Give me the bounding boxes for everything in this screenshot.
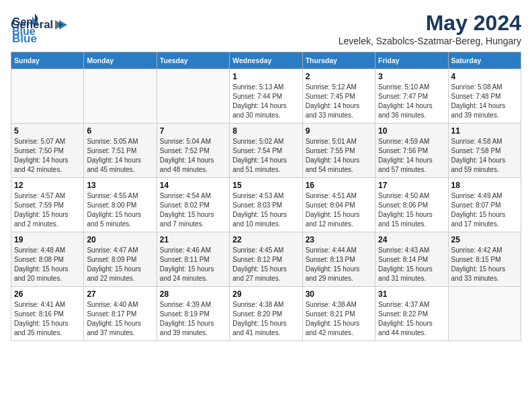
cell-date-number: 30 [306, 289, 372, 299]
cell-detail: Sunrise: 5:10 AM Sunset: 7:47 PM Dayligh… [378, 83, 445, 120]
calendar-table: SundayMondayTuesdayWednesdayThursdayFrid… [11, 52, 521, 341]
logo-triangle-icon [54, 17, 69, 32]
cell-detail: Sunrise: 5:08 AM Sunset: 7:48 PM Dayligh… [451, 83, 518, 120]
cell-date-number: 27 [87, 289, 153, 299]
calendar-cell: 16Sunrise: 4:51 AM Sunset: 8:04 PM Dayli… [302, 178, 375, 232]
cell-date-number: 2 [306, 72, 372, 81]
calendar-cell: 24Sunrise: 4:43 AM Sunset: 8:14 PM Dayli… [375, 232, 448, 287]
cell-detail: Sunrise: 4:50 AM Sunset: 8:06 PM Dayligh… [378, 191, 445, 229]
cell-date-number: 18 [451, 181, 518, 190]
cell-date-number: 16 [306, 181, 372, 190]
calendar-cell: 14Sunrise: 4:54 AM Sunset: 8:02 PM Dayli… [157, 178, 229, 232]
cell-date-number: 19 [14, 235, 81, 244]
calendar-cell: 6Sunrise: 5:05 AM Sunset: 7:51 PM Daylig… [84, 124, 157, 178]
cell-date-number: 4 [451, 72, 518, 81]
calendar-week-5: 26Sunrise: 4:41 AM Sunset: 8:16 PM Dayli… [11, 287, 521, 341]
cell-detail: Sunrise: 4:41 AM Sunset: 8:16 PM Dayligh… [14, 300, 81, 338]
cell-detail: Sunrise: 4:55 AM Sunset: 8:00 PM Dayligh… [87, 191, 153, 229]
calendar-cell: 28Sunrise: 4:39 AM Sunset: 8:19 PM Dayli… [157, 287, 229, 341]
cell-detail: Sunrise: 4:45 AM Sunset: 8:12 PM Dayligh… [232, 246, 299, 283]
cell-date-number: 7 [160, 126, 226, 136]
cell-detail: Sunrise: 4:42 AM Sunset: 8:15 PM Dayligh… [451, 246, 518, 283]
cell-detail: Sunrise: 4:38 AM Sunset: 8:20 PM Dayligh… [232, 300, 299, 338]
calendar-week-3: 12Sunrise: 4:57 AM Sunset: 7:59 PM Dayli… [11, 178, 521, 232]
cell-date-number: 21 [160, 235, 226, 244]
cell-detail: Sunrise: 5:12 AM Sunset: 7:45 PM Dayligh… [306, 83, 372, 120]
calendar-week-2: 5Sunrise: 5:07 AM Sunset: 7:50 PM Daylig… [11, 124, 521, 178]
cell-date-number: 11 [451, 126, 518, 136]
day-header-wednesday: Wednesday [230, 52, 302, 69]
calendar-cell: 22Sunrise: 4:45 AM Sunset: 8:12 PM Dayli… [230, 232, 302, 287]
calendar-cell: 31Sunrise: 4:37 AM Sunset: 8:22 PM Dayli… [375, 287, 448, 341]
calendar-cell: 1Sunrise: 5:13 AM Sunset: 7:44 PM Daylig… [230, 69, 302, 124]
cell-detail: Sunrise: 4:54 AM Sunset: 8:02 PM Dayligh… [160, 191, 226, 229]
cell-detail: Sunrise: 4:58 AM Sunset: 7:58 PM Dayligh… [451, 137, 518, 175]
calendar-cell [448, 287, 521, 341]
cell-date-number: 23 [306, 235, 372, 244]
cell-detail: Sunrise: 5:02 AM Sunset: 7:54 PM Dayligh… [232, 137, 299, 175]
cell-detail: Sunrise: 4:44 AM Sunset: 8:13 PM Dayligh… [306, 246, 372, 283]
cell-date-number: 14 [160, 181, 226, 190]
calendar-header-row: SundayMondayTuesdayWednesdayThursdayFrid… [11, 52, 521, 69]
cell-detail: Sunrise: 5:01 AM Sunset: 7:55 PM Dayligh… [306, 137, 372, 175]
calendar-cell: 11Sunrise: 4:58 AM Sunset: 7:58 PM Dayli… [448, 124, 521, 178]
cell-detail: Sunrise: 4:57 AM Sunset: 7:59 PM Dayligh… [14, 191, 81, 229]
cell-detail: Sunrise: 5:05 AM Sunset: 7:51 PM Dayligh… [87, 137, 153, 175]
calendar-cell: 20Sunrise: 4:47 AM Sunset: 8:09 PM Dayli… [84, 232, 157, 287]
calendar-cell: 30Sunrise: 4:38 AM Sunset: 8:21 PM Dayli… [302, 287, 375, 341]
cell-date-number: 26 [14, 289, 81, 299]
cell-date-number: 15 [232, 181, 299, 190]
day-header-tuesday: Tuesday [157, 52, 229, 69]
calendar-cell: 19Sunrise: 4:48 AM Sunset: 8:08 PM Dayli… [11, 232, 84, 287]
cell-date-number: 1 [232, 72, 299, 81]
calendar-cell: 27Sunrise: 4:40 AM Sunset: 8:17 PM Dayli… [84, 287, 157, 341]
cell-detail: Sunrise: 4:51 AM Sunset: 8:04 PM Dayligh… [306, 191, 372, 229]
title-location: Levelek, Szabolcs-Szatmar-Bereg, Hungary [339, 36, 521, 46]
cell-detail: Sunrise: 4:46 AM Sunset: 8:11 PM Dayligh… [160, 246, 226, 283]
day-header-saturday: Saturday [448, 52, 521, 69]
cell-date-number: 5 [14, 126, 81, 136]
cell-date-number: 17 [378, 181, 445, 190]
calendar-week-1: 1Sunrise: 5:13 AM Sunset: 7:44 PM Daylig… [11, 69, 521, 124]
cell-date-number: 25 [451, 235, 518, 244]
cell-date-number: 6 [87, 126, 153, 136]
day-header-monday: Monday [84, 52, 157, 69]
cell-detail: Sunrise: 4:49 AM Sunset: 8:07 PM Dayligh… [451, 191, 518, 229]
calendar-cell: 25Sunrise: 4:42 AM Sunset: 8:15 PM Dayli… [448, 232, 521, 287]
calendar-cell: 7Sunrise: 5:04 AM Sunset: 7:52 PM Daylig… [157, 124, 229, 178]
cell-detail: Sunrise: 4:43 AM Sunset: 8:14 PM Dayligh… [378, 246, 445, 283]
calendar-cell: 2Sunrise: 5:12 AM Sunset: 7:45 PM Daylig… [302, 69, 375, 124]
calendar-cell: 3Sunrise: 5:10 AM Sunset: 7:47 PM Daylig… [375, 69, 448, 124]
calendar-cell: 23Sunrise: 4:44 AM Sunset: 8:13 PM Dayli… [302, 232, 375, 287]
calendar-cell: 18Sunrise: 4:49 AM Sunset: 8:07 PM Dayli… [448, 178, 521, 232]
title-month: May 2024 [339, 11, 521, 36]
calendar-cell [84, 69, 157, 124]
cell-detail: Sunrise: 4:53 AM Sunset: 8:03 PM Dayligh… [232, 191, 299, 229]
logo-blue: Blue [12, 32, 37, 45]
cell-date-number: 13 [87, 181, 153, 190]
cell-date-number: 20 [87, 235, 153, 244]
cell-date-number: 10 [378, 126, 445, 136]
cell-detail: Sunrise: 4:39 AM Sunset: 8:19 PM Dayligh… [160, 300, 226, 338]
title-area: May 2024 Levelek, Szabolcs-Szatmar-Bereg… [339, 11, 521, 46]
cell-date-number: 8 [232, 126, 299, 136]
cell-date-number: 9 [306, 126, 372, 136]
calendar-cell [11, 69, 84, 124]
cell-date-number: 31 [378, 289, 445, 299]
day-header-friday: Friday [375, 52, 448, 69]
cell-date-number: 22 [232, 235, 299, 244]
cell-date-number: 24 [378, 235, 445, 244]
cell-date-number: 12 [14, 181, 81, 190]
calendar-cell: 13Sunrise: 4:55 AM Sunset: 8:00 PM Dayli… [84, 178, 157, 232]
cell-date-number: 3 [378, 72, 445, 81]
logo-general: General [11, 18, 53, 32]
calendar-cell: 21Sunrise: 4:46 AM Sunset: 8:11 PM Dayli… [157, 232, 229, 287]
calendar-cell [157, 69, 229, 124]
cell-detail: Sunrise: 5:04 AM Sunset: 7:52 PM Dayligh… [160, 137, 226, 175]
calendar-cell: 9Sunrise: 5:01 AM Sunset: 7:55 PM Daylig… [302, 124, 375, 178]
cell-detail: Sunrise: 4:47 AM Sunset: 8:09 PM Dayligh… [87, 246, 153, 283]
cell-detail: Sunrise: 4:38 AM Sunset: 8:21 PM Dayligh… [306, 300, 372, 338]
calendar-cell: 10Sunrise: 4:59 AM Sunset: 7:56 PM Dayli… [375, 124, 448, 178]
calendar-cell: 15Sunrise: 4:53 AM Sunset: 8:03 PM Dayli… [230, 178, 302, 232]
cell-detail: Sunrise: 4:59 AM Sunset: 7:56 PM Dayligh… [378, 137, 445, 175]
